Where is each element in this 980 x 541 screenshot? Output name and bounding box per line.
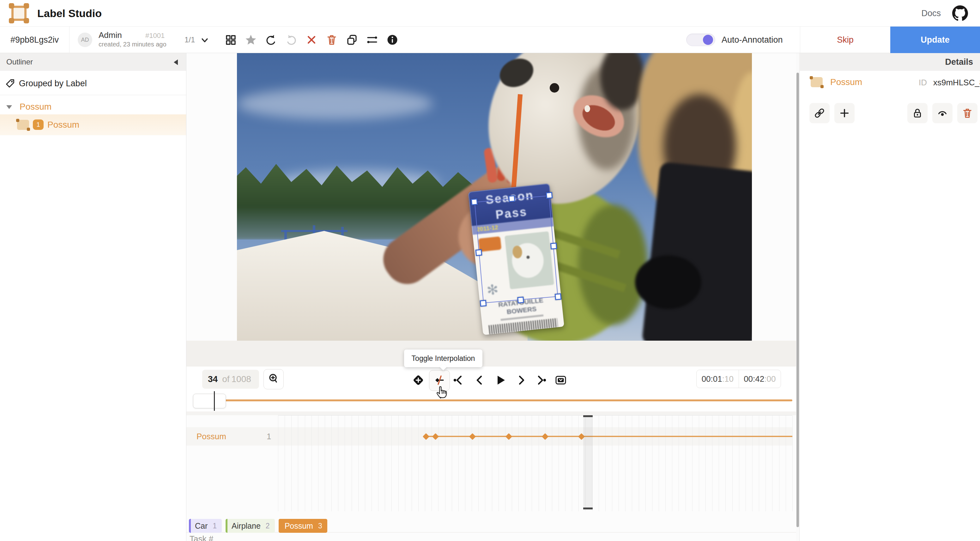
avatar[interactable]: AD [78, 33, 92, 47]
frame-total: 1008 [232, 374, 251, 384]
label-chip-possum[interactable]: Possum 3 [278, 519, 327, 533]
region-item-possum[interactable]: 1 Possum [0, 115, 186, 135]
annotation-id: #1001 [145, 32, 165, 40]
annotation-menu-bar: #9pb8Lgs2iv AD Admin #1001 created, 23 m… [0, 27, 980, 53]
grouping-selector[interactable]: Grouped by Label [0, 73, 186, 94]
label-color-stripe [278, 519, 280, 533]
label-chip-text: Airplane [232, 522, 261, 531]
prev-keyframe-button[interactable] [452, 373, 466, 387]
skip-button[interactable]: Skip [800, 27, 890, 53]
bbox-handle-w[interactable] [476, 249, 482, 256]
bbox-handle-ne[interactable] [546, 192, 553, 199]
zoom-in-button[interactable] [264, 369, 284, 389]
reject-icon[interactable] [305, 33, 318, 47]
update-button[interactable]: Update [890, 27, 980, 53]
label-chip-hotkey: 2 [266, 522, 270, 530]
created-timestamp: created, 23 minutes ago [99, 41, 167, 48]
auto-annotation-label: Auto-Annotation [722, 27, 783, 53]
label-color-stripe [226, 519, 228, 533]
tag-icon [5, 78, 15, 89]
label-selector: Car 1 Airplane 2 Possum 3 [189, 519, 331, 533]
details-panel [799, 53, 980, 541]
video-canvas[interactable]: Season Pass 2011-12 ✻ RATATOUILLE BOWERS [237, 53, 752, 341]
visibility-icon[interactable] [932, 103, 953, 123]
link-icon[interactable] [810, 103, 830, 123]
bbox-handle-nw[interactable] [471, 199, 478, 205]
label-chip-airplane[interactable]: Airplane 2 [226, 519, 275, 533]
seek-window-handle[interactable] [193, 394, 226, 408]
next-keyframe-button[interactable] [534, 373, 548, 387]
divider [0, 95, 186, 95]
redo-icon[interactable] [284, 33, 298, 47]
propagate-icon[interactable] [365, 33, 379, 47]
label-chip-hotkey: 1 [213, 522, 217, 530]
docs-link[interactable]: Docs [921, 0, 941, 27]
outliner-title: Outliner [6, 53, 33, 71]
play-button[interactable] [493, 373, 508, 387]
region-thumb-icon [811, 77, 822, 87]
marker-cap-top [583, 415, 593, 417]
chevron-down-icon[interactable] [200, 36, 209, 45]
seek-line[interactable] [202, 399, 792, 401]
bbox-handle-n[interactable] [508, 195, 515, 202]
hand-cursor-icon [434, 383, 449, 398]
delete-icon[interactable] [957, 103, 977, 123]
github-icon[interactable] [952, 5, 968, 21]
lock-icon[interactable] [907, 103, 928, 123]
info-icon[interactable] [385, 33, 399, 47]
label-group-possum[interactable]: Possum [0, 100, 186, 114]
top-bar: Label Studio Docs [0, 0, 980, 27]
duplicate-icon[interactable] [345, 33, 359, 47]
label-chip-car[interactable]: Car 1 [189, 519, 222, 533]
frame-grid[interactable] [278, 415, 792, 511]
prev-frame-button[interactable] [473, 373, 487, 387]
track-region-count: 1 [267, 427, 271, 446]
label-chip-text: Car [195, 522, 208, 531]
label-color-stripe [189, 519, 191, 533]
video-bottom-band [186, 341, 799, 367]
timeline-collapse-button[interactable] [554, 373, 568, 387]
star-icon[interactable] [244, 33, 258, 47]
add-icon[interactable] [834, 103, 854, 123]
track-label[interactable]: Possum [197, 427, 226, 446]
frame-current: 34 [208, 374, 218, 384]
current-frame-marker[interactable] [583, 417, 593, 508]
details-header: Details [799, 53, 980, 71]
bounding-box-possum[interactable] [474, 195, 558, 303]
annotation-pager: 1/1 [185, 27, 195, 53]
possum-tooth [584, 105, 590, 112]
keyframe-add-button[interactable] [411, 373, 425, 387]
auto-annotation-toggle[interactable] [686, 33, 715, 46]
caret-down-icon[interactable] [6, 105, 12, 109]
playhead[interactable] [214, 391, 215, 411]
glove [635, 255, 702, 309]
magnifier-plus-icon [267, 372, 280, 386]
next-frame-button[interactable] [514, 373, 528, 387]
bbox-handle-s[interactable] [517, 297, 524, 304]
undo-icon[interactable] [264, 33, 278, 47]
app-title: Label Studio [37, 0, 102, 27]
task-number-label: Task # [189, 534, 213, 541]
grouping-label: Grouped by Label [19, 73, 87, 94]
delete-icon[interactable] [325, 33, 339, 47]
region-id-value: xs9mHLSC_8 [933, 78, 980, 88]
bbox-handle-sw[interactable] [480, 300, 487, 307]
region-id-label: ID [919, 78, 927, 88]
cloud [237, 88, 433, 119]
details-title: Details [945, 53, 973, 71]
divider-band [186, 411, 799, 415]
keyframe-span-line [426, 436, 792, 437]
task-id[interactable]: #9pb8Lgs2iv [0, 27, 70, 53]
annotation-toolbar [224, 27, 399, 53]
collapse-panel-icon[interactable] [174, 59, 178, 65]
region-index-badge: 1 [33, 119, 44, 130]
grid-view-icon[interactable] [224, 33, 237, 47]
timecode-display: 00:01:10 00:42:00 [696, 370, 781, 388]
bbox-handle-se[interactable] [555, 293, 562, 300]
time-position: 00:01:10 [697, 370, 739, 388]
frame-counter[interactable]: 34of1008 [202, 370, 259, 389]
scrollbar-thumb[interactable] [797, 73, 799, 527]
region-actions-left [810, 103, 854, 123]
sweater-shadow [578, 205, 648, 325]
bbox-handle-e[interactable] [550, 243, 557, 250]
